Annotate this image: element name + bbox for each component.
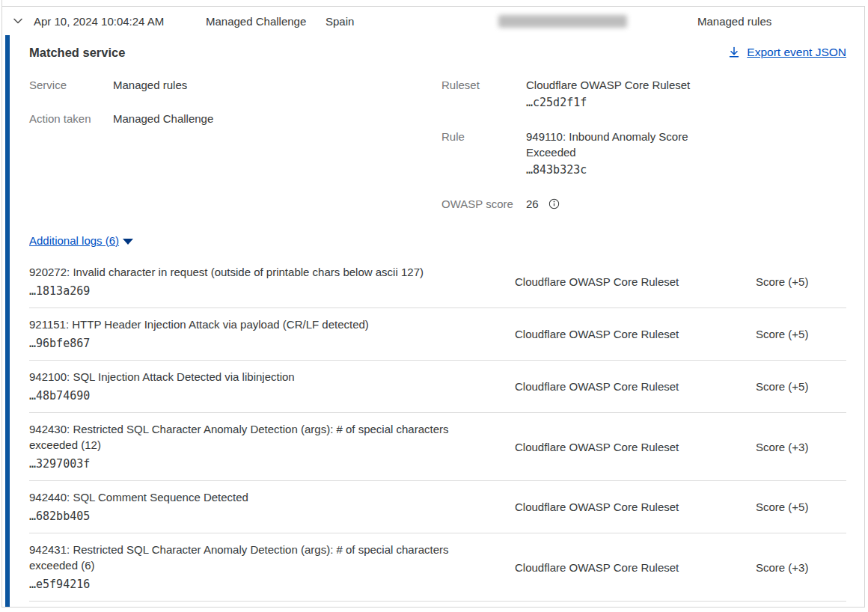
field-label: Rule [441, 129, 526, 178]
log-rule-text: 942431: Restricted SQL Character Anomaly… [29, 543, 449, 572]
field-label: Service [29, 77, 113, 93]
rule-name: 949110: Inbound Anomaly Score Exceeded [526, 130, 688, 159]
log-rule-text: 942430: Restricted SQL Character Anomaly… [29, 423, 449, 451]
info-icon[interactable] [548, 198, 560, 209]
event-country: Spain [326, 15, 498, 28]
detail-fields-left: Service Managed rules Action taken Manag… [29, 77, 441, 212]
log-score: Score (+5) [756, 316, 846, 352]
detail-fields-right: Ruleset Cloudflare OWASP Core Ruleset …c… [441, 77, 756, 212]
log-ruleset: Cloudflare OWASP Core Ruleset [515, 264, 756, 299]
log-ruleset: Cloudflare OWASP Core Ruleset [515, 421, 756, 472]
download-icon [728, 46, 740, 58]
log-score: Score (+5) [756, 369, 846, 404]
field-label: Action taken [29, 111, 113, 126]
collapse-row-button[interactable] [12, 15, 34, 27]
triangle-down-icon[interactable] [123, 239, 133, 245]
log-score: Score (+3) [756, 421, 846, 472]
log-rule-text: 920272: Invalid character in request (ou… [29, 266, 424, 278]
log-row: 942440: SQL Comment Sequence Detected …6… [29, 481, 846, 533]
log-rule-hash: …682bb405 [29, 508, 474, 524]
log-rule-description: 942430: Restricted SQL Character Anomaly… [29, 421, 515, 472]
field-label: Ruleset [441, 77, 526, 111]
log-score: Score (+3) [756, 542, 846, 593]
additional-logs-table: 920272: Invalid character in request (ou… [29, 256, 846, 602]
log-row: 942430: Restricted SQL Character Anomaly… [29, 413, 846, 481]
log-rule-description: 921151: HTTP Header Injection Attack via… [29, 316, 515, 352]
redacted-value [498, 15, 627, 28]
log-rule-text: 942100: SQL Injection Attack Detected vi… [29, 370, 295, 383]
event-summary-row[interactable]: Apr 10, 2024 10:04:24 AM Managed Challen… [2, 7, 864, 35]
log-rule-hash: …1813a269 [29, 283, 474, 299]
firewall-event-row: Apr 10, 2024 10:04:24 AM Managed Challen… [1, 6, 865, 608]
event-service: Managed rules [697, 15, 771, 28]
event-action: Managed Challenge [206, 15, 326, 28]
log-rule-description: 942100: SQL Injection Attack Detected vi… [29, 369, 515, 404]
export-event-json-label[interactable]: Export event JSON [747, 46, 846, 59]
log-row: 942100: SQL Injection Attack Detected vi… [29, 361, 846, 413]
log-rule-hash: …48b74690 [29, 388, 474, 404]
log-score: Score (+5) [756, 264, 846, 299]
event-detail-panel: Matched service Export event JSON Servic… [5, 35, 864, 608]
rule-id-hash: …843b323c [526, 162, 707, 178]
log-rule-hash: …3297003f [29, 456, 474, 472]
log-row: 942431: Restricted SQL Character Anomaly… [29, 533, 846, 602]
export-event-json-link[interactable]: Export event JSON [728, 46, 846, 59]
field-ruleset: Ruleset Cloudflare OWASP Core Ruleset …c… [441, 77, 756, 111]
matched-service-title: Matched service [29, 46, 125, 60]
field-value: 949110: Inbound Anomaly Score Exceeded …… [526, 129, 707, 178]
field-value: Managed rules [113, 77, 187, 93]
field-value: Managed Challenge [113, 111, 213, 126]
log-ruleset: Cloudflare OWASP Core Ruleset [515, 316, 756, 352]
event-timestamp: Apr 10, 2024 10:04:24 AM [34, 15, 206, 28]
field-action-taken: Action taken Managed Challenge [29, 111, 441, 126]
ruleset-id-hash: …c25d2f1f [526, 95, 707, 111]
log-row: 921151: HTTP Header Injection Attack via… [29, 308, 846, 361]
field-label: OWASP score [441, 196, 526, 212]
log-ruleset: Cloudflare OWASP Core Ruleset [515, 542, 756, 593]
log-rule-description: 942440: SQL Comment Sequence Detected …6… [29, 489, 515, 524]
log-rule-text: 942440: SQL Comment Sequence Detected [29, 491, 248, 504]
log-row: 920272: Invalid character in request (ou… [29, 256, 846, 308]
chevron-down-icon [12, 15, 24, 27]
ruleset-name: Cloudflare OWASP Core Ruleset [526, 79, 690, 91]
field-value: 26 [526, 196, 707, 212]
owasp-score-value: 26 [526, 196, 539, 212]
field-service: Service Managed rules [29, 77, 441, 93]
log-rule-description: 920272: Invalid character in request (ou… [29, 264, 515, 299]
log-score: Score (+5) [756, 489, 846, 524]
field-value: Cloudflare OWASP Core Ruleset …c25d2f1f [526, 77, 707, 111]
field-owasp-score: OWASP score 26 [441, 196, 756, 212]
log-rule-description: 942431: Restricted SQL Character Anomaly… [29, 542, 515, 593]
field-rule: Rule 949110: Inbound Anomaly Score Excee… [441, 129, 756, 178]
additional-logs-link[interactable]: Additional logs (6) [29, 234, 119, 247]
log-rule-hash: …96bfe867 [29, 335, 474, 352]
log-ruleset: Cloudflare OWASP Core Ruleset [515, 369, 756, 404]
log-rule-text: 921151: HTTP Header Injection Attack via… [29, 318, 369, 331]
log-ruleset: Cloudflare OWASP Core Ruleset [515, 489, 756, 524]
log-rule-hash: …e5f94216 [29, 576, 474, 593]
